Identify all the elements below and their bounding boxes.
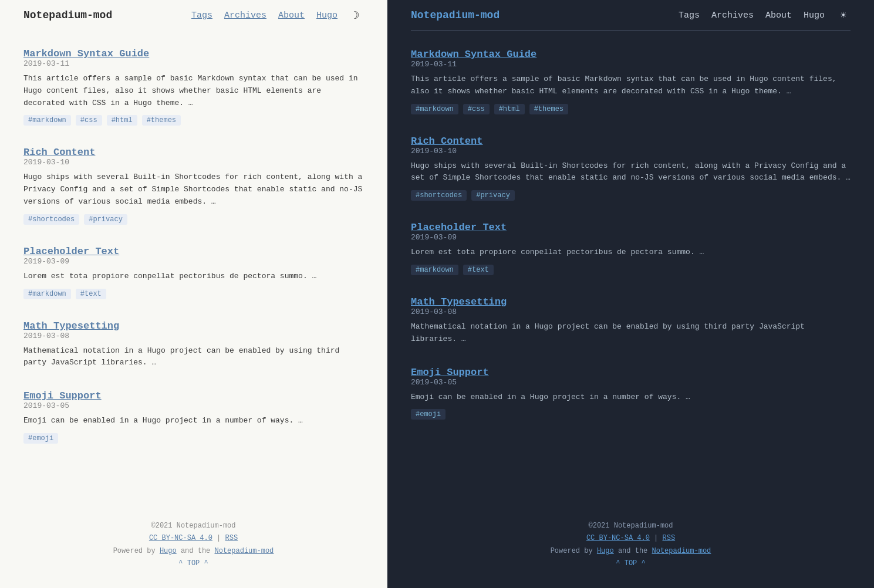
list-item: Placeholder Text2019-03-09Lorem est tota… [23, 246, 363, 299]
tag[interactable]: #themes [142, 115, 181, 126]
right-post-title-0[interactable]: Markdown Syntax Guide [411, 49, 536, 60]
right-nav-archives[interactable]: Archives [711, 11, 754, 21]
left-license-line: CC BY-NC-SA 4.0 | RSS [23, 532, 363, 545]
list-item: Markdown Syntax Guide2019-03-11This arti… [23, 48, 363, 126]
right-post-excerpt-4: Emoji can be enabled in a Hugo project i… [411, 391, 851, 404]
tag[interactable]: #markdown [23, 115, 71, 126]
tag[interactable]: #emoji [411, 409, 446, 420]
left-nav-archives[interactable]: Archives [224, 11, 266, 21]
left-nav-tags[interactable]: Tags [191, 11, 212, 21]
right-post-excerpt-0: This article offers a sample of basic Ma… [411, 73, 851, 98]
left-theme-toggle[interactable]: ☽ [349, 8, 363, 22]
tag[interactable]: #html [494, 104, 525, 114]
left-post-title-3[interactable]: Math Typesetting [23, 320, 119, 332]
right-post-date-2: 2019-03-09 [411, 233, 851, 242]
left-post-tags-4: #emoji [23, 433, 363, 444]
tag[interactable]: #css [463, 104, 490, 114]
right-post-title-2[interactable]: Placeholder Text [411, 222, 507, 233]
left-post-excerpt-0: This article offers a sample of basic Ma… [23, 73, 363, 109]
left-post-tags-1: #shortcodes#privacy [23, 214, 363, 225]
tag[interactable]: #markdown [411, 265, 458, 275]
left-copyright: ©2021 Notepadium-mod [23, 520, 363, 533]
right-post-date-4: 2019-03-05 [411, 378, 851, 387]
right-post-date-3: 2019-03-08 [411, 307, 851, 316]
left-post-date-0: 2019-03-11 [23, 59, 363, 68]
right-post-title-4[interactable]: Emoji Support [411, 367, 489, 378]
left-post-title-1[interactable]: Rich Content [23, 147, 95, 158]
tag[interactable]: #text [463, 265, 494, 275]
right-post-tags-0: #markdown#css#html#themes [411, 104, 851, 114]
right-header: Notepadium-mod Tags Archives About Hugo … [387, 0, 874, 31]
left-post-date-4: 2019-03-05 [23, 401, 363, 410]
right-post-date-0: 2019-03-11 [411, 60, 851, 69]
right-license-link[interactable]: CC BY-NC-SA 4.0 [586, 534, 650, 542]
tag[interactable]: #shortcodes [411, 190, 467, 201]
tag[interactable]: #privacy [84, 214, 127, 225]
list-item: Emoji Support2019-03-05Emoji can be enab… [23, 390, 363, 444]
tag[interactable]: #html [107, 115, 137, 126]
left-site-title[interactable]: Notepadium-mod [23, 9, 112, 21]
right-panel: Notepadium-mod Tags Archives About Hugo … [387, 0, 874, 588]
tag[interactable]: #text [76, 289, 106, 299]
tag[interactable]: #markdown [23, 289, 71, 299]
right-post-tags-4: #emoji [411, 409, 851, 420]
right-post-date-1: 2019-03-10 [411, 147, 851, 156]
tag[interactable]: #privacy [471, 190, 515, 201]
list-item: Markdown Syntax Guide2019-03-11This arti… [411, 49, 851, 114]
tag[interactable]: #shortcodes [23, 214, 79, 225]
left-post-date-3: 2019-03-08 [23, 332, 363, 340]
left-content: Markdown Syntax Guide2019-03-11This arti… [0, 31, 387, 508]
right-theme-link[interactable]: Notepadium-mod [652, 547, 711, 555]
right-license-line: CC BY-NC-SA 4.0 | RSS [411, 532, 851, 545]
left-post-date-2: 2019-03-09 [23, 257, 363, 266]
left-post-excerpt-2: Lorem est tota propiore conpellat pector… [23, 271, 363, 283]
right-theme-toggle[interactable]: ☀ [836, 8, 851, 22]
right-rss-link[interactable]: RSS [663, 534, 676, 542]
right-post-excerpt-2: Lorem est tota propiore conpellat pector… [411, 246, 851, 259]
right-post-title-1[interactable]: Rich Content [411, 136, 482, 147]
list-item: Rich Content2019-03-10Hugo ships with se… [23, 147, 363, 224]
left-theme-link[interactable]: Notepadium-mod [215, 547, 274, 555]
left-footer: ©2021 Notepadium-mod CC BY-NC-SA 4.0 | R… [0, 508, 387, 588]
right-site-title[interactable]: Notepadium-mod [411, 9, 500, 21]
right-nav-hugo[interactable]: Hugo [804, 11, 825, 21]
right-powered-line: Powered by Hugo and the Notepadium-mod [411, 545, 851, 558]
left-post-excerpt-3: Mathematical notation in a Hugo project … [23, 345, 363, 370]
left-post-title-4[interactable]: Emoji Support [23, 390, 102, 401]
right-post-excerpt-3: Mathematical notation in a Hugo project … [411, 321, 851, 346]
left-post-tags-2: #markdown#text [23, 289, 363, 299]
list-item: Math Typesetting2019-03-08Mathematical n… [411, 296, 851, 346]
tag[interactable]: #markdown [411, 104, 458, 114]
right-content: Markdown Syntax Guide2019-03-11This arti… [387, 31, 874, 508]
right-nav-about[interactable]: About [765, 11, 792, 21]
right-post-title-3[interactable]: Math Typesetting [411, 296, 507, 307]
list-item: Emoji Support2019-03-05Emoji can be enab… [411, 367, 851, 420]
right-post-tags-1: #shortcodes#privacy [411, 190, 851, 201]
right-copyright: ©2021 Notepadium-mod [411, 520, 851, 533]
right-top-link[interactable]: ^ TOP ^ [616, 559, 645, 567]
left-header: Notepadium-mod Tags Archives About Hugo … [0, 0, 387, 31]
left-nav-about[interactable]: About [278, 11, 305, 21]
tag[interactable]: #themes [529, 104, 568, 114]
list-item: Rich Content2019-03-10Hugo ships with se… [411, 136, 851, 201]
left-post-title-0[interactable]: Markdown Syntax Guide [23, 48, 149, 59]
left-post-excerpt-4: Emoji can be enabled in a Hugo project i… [23, 415, 363, 427]
tag[interactable]: #emoji [23, 433, 58, 444]
left-panel: Notepadium-mod Tags Archives About Hugo … [0, 0, 387, 588]
left-hugo-link[interactable]: Hugo [160, 547, 177, 555]
left-rss-link[interactable]: RSS [225, 534, 238, 542]
tag[interactable]: #css [76, 115, 102, 126]
left-top-link[interactable]: ^ TOP ^ [178, 559, 208, 567]
list-item: Math Typesetting2019-03-08Mathematical n… [23, 320, 363, 370]
right-nav-tags[interactable]: Tags [679, 11, 700, 21]
left-post-excerpt-1: Hugo ships with several Built-in Shortco… [23, 171, 363, 208]
left-nav-hugo[interactable]: Hugo [316, 11, 338, 21]
list-item: Placeholder Text2019-03-09Lorem est tota… [411, 222, 851, 275]
left-license-link[interactable]: CC BY-NC-SA 4.0 [149, 534, 212, 542]
left-post-title-2[interactable]: Placeholder Text [23, 246, 119, 257]
left-powered-line: Powered by Hugo and the Notepadium-mod [23, 545, 363, 558]
left-post-tags-0: #markdown#css#html#themes [23, 115, 363, 126]
right-post-tags-2: #markdown#text [411, 265, 851, 275]
right-hugo-link[interactable]: Hugo [597, 547, 614, 555]
right-footer: ©2021 Notepadium-mod CC BY-NC-SA 4.0 | R… [387, 508, 874, 588]
